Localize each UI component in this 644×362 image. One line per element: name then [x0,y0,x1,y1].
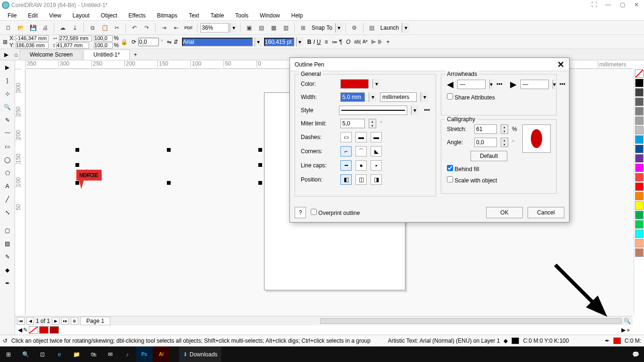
cancel-button[interactable]: Cancel [528,207,564,218]
snap-to-label[interactable]: Snap To [310,25,334,31]
pick-tool-icon[interactable]: ▶ [1,61,14,74]
rulers-icon[interactable]: ▤ [256,22,267,33]
menu-object[interactable]: Object [95,11,123,20]
dash-align-none[interactable]: ▭ [340,132,352,142]
freehand-tool-icon[interactable]: ✎ [1,114,14,126]
tab-welcome[interactable]: Welcome Screen [20,49,83,60]
h-scrollbar[interactable] [320,318,622,324]
undo-icon[interactable]: ↶ [129,22,140,33]
behind-fill-check[interactable]: Behind fill [447,165,479,173]
fill-tool-icon[interactable]: ◆ [1,264,14,276]
page-prev-icon[interactable]: ◀ [26,317,34,325]
cap-butt[interactable]: ━ [340,160,352,171]
dialog-close-icon[interactable]: ✕ [557,59,564,70]
home-icon[interactable]: ⌂ [12,51,20,58]
status-outline-swatch[interactable] [613,337,621,344]
pick-tool-tab-icon[interactable]: ▶ [0,49,12,61]
overprint-check[interactable]: Overprint outline [311,209,360,216]
textdir-h-icon[interactable]: ⊫ [371,39,376,45]
tab-untitled[interactable]: Untitled-1* [83,49,130,60]
rotate-icon[interactable]: ⟳ [132,39,136,45]
outline-pen-icon[interactable]: ✒ [605,337,610,344]
h-input[interactable] [56,42,89,49]
page-last-icon[interactable]: ⏭ [61,317,69,325]
swatch[interactable] [635,211,644,219]
menu-effects[interactable]: Effects [123,11,151,20]
window-close[interactable]: ✕ [631,1,642,9]
palette-next-icon[interactable]: ▶ [621,327,626,333]
artwork-text-object[interactable]: MEXPOSE [76,140,274,191]
menu-text[interactable]: Text [183,11,205,20]
corner-round[interactable]: ⌒ [355,146,367,156]
export-icon[interactable]: ⇤ [171,22,182,33]
cut-icon[interactable]: ✂ [111,22,123,33]
cap-square[interactable]: ▪ [371,160,382,171]
palette-more-icon[interactable]: » [627,327,630,333]
palette-prev-icon[interactable]: ◀ [18,327,22,333]
line-style-select[interactable] [339,106,407,115]
guides-icon[interactable]: ▥ [280,22,291,33]
page-add-icon[interactable]: ⊕ [71,317,78,325]
bullets-icon[interactable]: ≔ [332,39,338,45]
artistic-media-icon[interactable]: 〰 [1,127,14,140]
copy-icon[interactable]: ⧉ [87,22,98,33]
print-icon[interactable]: 🖨 [40,22,51,33]
dropcap-icon[interactable]: ¶ [339,39,342,45]
miter-limit-input[interactable] [340,119,365,128]
swatch[interactable] [635,220,644,229]
corner-miter[interactable]: ⌐ [340,146,352,156]
search-icon[interactable]: 🔍 [17,346,34,362]
menu-table[interactable]: Table [205,11,230,20]
shape-tool-icon[interactable]: ⟆ [1,74,14,87]
arrow-start-select[interactable]: — [457,80,486,89]
w-input[interactable] [59,35,92,41]
add-tool-icon[interactable]: + [386,39,389,45]
mail-icon[interactable]: ✉ [102,346,119,362]
save-icon[interactable]: 💾 [27,22,39,33]
window-extra-icon[interactable]: ⛶ [588,1,600,9]
share-attributes-check[interactable]: Share Attributes [447,93,495,101]
doc-swatch[interactable] [39,326,49,334]
swatch[interactable] [635,98,644,106]
menu-help[interactable]: Help [286,11,309,20]
page-first-icon[interactable]: ⏮ [17,317,25,325]
units-dropdown[interactable]: ▾ [421,92,428,102]
launch-dropdown[interactable]: ▾ [402,23,409,33]
swatch[interactable] [635,88,644,97]
doc-swatch[interactable] [50,326,59,334]
angle-spinner[interactable]: ▴▾ [501,138,508,147]
paste-icon[interactable]: 📋 [99,22,110,33]
underline-icon[interactable]: U [317,39,321,45]
swatch[interactable] [635,154,644,163]
zoom-tool-icon[interactable]: 🔍 [1,101,14,113]
transparency-tool-icon[interactable]: ▨ [1,238,14,250]
ellipse-tool-icon[interactable]: ◯ [1,154,14,166]
cap-round[interactable]: ● [355,160,367,171]
arrow-start-options[interactable]: ••• [496,81,503,88]
itunes-icon[interactable]: ♪ [119,346,136,362]
menu-edit[interactable]: Edit [22,11,43,20]
illustrator-icon[interactable]: Ai [153,346,170,362]
options-icon[interactable]: ⚙ [349,22,360,33]
stretch-spinner[interactable]: ▴▾ [501,124,508,134]
redo-icon[interactable]: ↷ [141,22,152,33]
menu-file[interactable]: File [2,11,22,20]
download-notification[interactable]: ⬇Downloads [179,346,221,362]
outline-color-picker[interactable] [340,79,369,89]
status-fill-swatch[interactable] [512,337,519,344]
text-tool-icon[interactable]: A [1,180,14,192]
opentype-icon[interactable]: O [346,39,350,45]
mirror-h-icon[interactable]: ⇋ [167,39,172,45]
swatch[interactable] [635,248,644,257]
snap-dropdown[interactable]: ▾ [335,23,343,33]
swatch[interactable] [635,107,644,115]
default-button[interactable]: Default [471,151,507,161]
cloud-up-icon[interactable]: ☁ [57,22,68,33]
new-tab-button[interactable]: + [131,51,140,58]
new-doc-icon[interactable]: 🗋 [3,22,14,33]
menu-window[interactable]: Window [254,11,286,20]
zoom-level[interactable] [200,23,229,33]
launch-icon[interactable]: ▤ [366,22,378,33]
open-icon[interactable]: 📂 [15,22,26,33]
arrow-end-select[interactable]: — [520,80,549,89]
